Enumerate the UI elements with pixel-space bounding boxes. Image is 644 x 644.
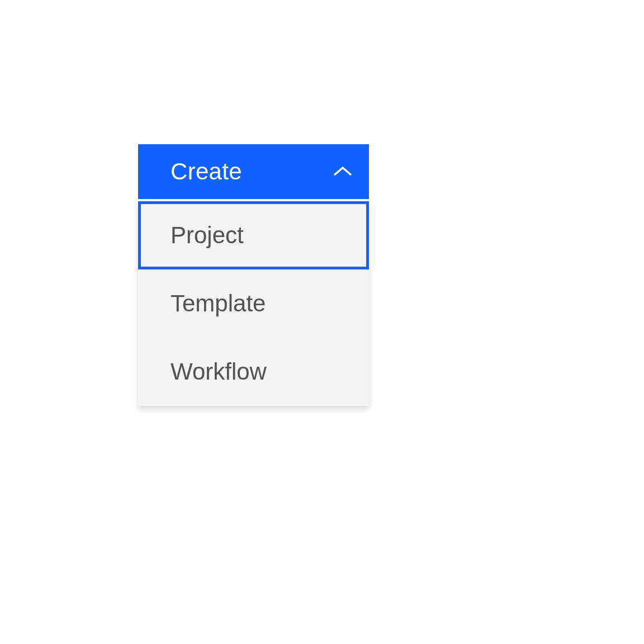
- dropdown-menu: Project Template Workflow: [138, 201, 369, 406]
- chevron-up-icon: [331, 160, 354, 183]
- create-button-label: Create: [171, 158, 242, 185]
- menu-item-label: Template: [171, 290, 266, 317]
- menu-item-project[interactable]: Project: [138, 201, 369, 269]
- create-dropdown: Create Project Template Workflow: [138, 144, 369, 406]
- menu-item-label: Project: [171, 222, 244, 249]
- menu-item-label: Workflow: [171, 358, 267, 385]
- menu-item-template[interactable]: Template: [138, 269, 369, 338]
- create-button[interactable]: Create: [138, 144, 369, 199]
- menu-item-workflow[interactable]: Workflow: [138, 338, 369, 406]
